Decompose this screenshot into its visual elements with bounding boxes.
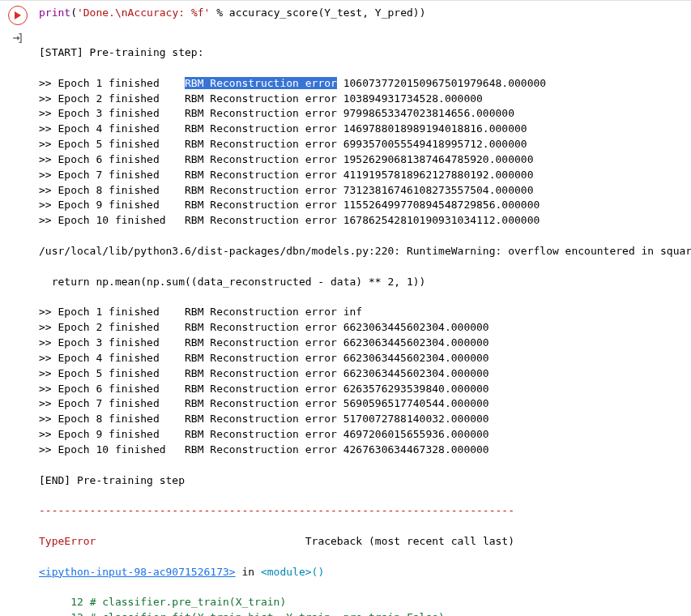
epoch-line: >> Epoch 2 finished RBM Reconstruction e… bbox=[39, 92, 685, 107]
code-line: print('Done.\nAccuracy: %f' % accuracy_s… bbox=[39, 6, 685, 20]
epoch-line: >> Epoch 6 finished RBM Reconstruction e… bbox=[39, 382, 685, 397]
ipython-input-link[interactable]: <ipython-input-98-ac9071526173> bbox=[39, 566, 236, 578]
epoch-line: >> Epoch 6 finished RBM Reconstruction e… bbox=[39, 152, 685, 168]
arrow-right-bracket-icon bbox=[11, 32, 24, 45]
epoch-line: >> Epoch 1 finished RBM Reconstruction e… bbox=[39, 76, 685, 92]
pretrain-start: [START] Pre-training step: bbox=[39, 45, 685, 61]
traceback-header: TypeError Traceback (most recent call la… bbox=[39, 534, 685, 550]
traceback-frame-link: <ipython-input-98-ac9071526173> in <modu… bbox=[39, 565, 685, 580]
epoch-line: >> Epoch 5 finished RBM Reconstruction e… bbox=[39, 137, 685, 152]
epoch-line: >> Epoch 9 finished RBM Reconstruction e… bbox=[39, 427, 685, 443]
epoch-line: >> Epoch 7 finished RBM Reconstruction e… bbox=[39, 396, 685, 412]
epoch-line: >> Epoch 8 finished RBM Reconstruction e… bbox=[39, 183, 685, 199]
output-gutter bbox=[0, 25, 36, 616]
pretrain-end: [END] Pre-training step bbox=[39, 473, 685, 489]
warning-line: return np.mean(np.sum((data_reconstructe… bbox=[39, 275, 685, 290]
epoch-line: >> Epoch 3 finished RBM Reconstruction e… bbox=[39, 336, 685, 351]
epoch-line: >> Epoch 5 finished RBM Reconstruction e… bbox=[39, 366, 685, 382]
epoch-line: >> Epoch 3 finished RBM Reconstruction e… bbox=[39, 106, 685, 122]
traceback-divider: ----------------------------------------… bbox=[39, 503, 685, 519]
epoch-line: >> Epoch 10 finished RBM Reconstruction … bbox=[39, 443, 685, 458]
code-content[interactable]: print('Done.\nAccuracy: %f' % accuracy_s… bbox=[36, 1, 691, 25]
traceback-code-line: 12 # classifier.pre_train(X_train) bbox=[39, 595, 685, 610]
cell-gutter bbox=[0, 1, 36, 25]
epoch-line: >> Epoch 2 finished RBM Reconstruction e… bbox=[39, 320, 685, 336]
epoch-line: >> Epoch 7 finished RBM Reconstruction e… bbox=[39, 168, 685, 183]
epoch-line: >> Epoch 9 finished RBM Reconstruction e… bbox=[39, 198, 685, 213]
output-content: [START] Pre-training step: >> Epoch 1 fi… bbox=[36, 25, 691, 616]
builtin-print: print bbox=[39, 6, 70, 19]
traceback-code-line: 13 # classifier.fit(X_train_hist, Y_trai… bbox=[39, 610, 685, 616]
output-toggle-icon[interactable] bbox=[10, 30, 26, 46]
epoch-line: >> Epoch 8 finished RBM Reconstruction e… bbox=[39, 412, 685, 427]
epoch-line: >> Epoch 4 finished RBM Reconstruction e… bbox=[39, 351, 685, 366]
epoch-line: >> Epoch 1 finished RBM Reconstruction e… bbox=[39, 305, 685, 320]
warning-line: /usr/local/lib/python3.6/dist-packages/d… bbox=[39, 244, 685, 259]
output-cell: [START] Pre-training step: >> Epoch 1 fi… bbox=[0, 25, 691, 616]
code-cell: print('Done.\nAccuracy: %f' % accuracy_s… bbox=[0, 0, 691, 25]
epoch-line: >> Epoch 10 finished RBM Reconstruction … bbox=[39, 213, 685, 229]
epoch-line: >> Epoch 4 finished RBM Reconstruction e… bbox=[39, 122, 685, 137]
run-button[interactable] bbox=[8, 6, 28, 25]
play-icon bbox=[14, 11, 22, 19]
